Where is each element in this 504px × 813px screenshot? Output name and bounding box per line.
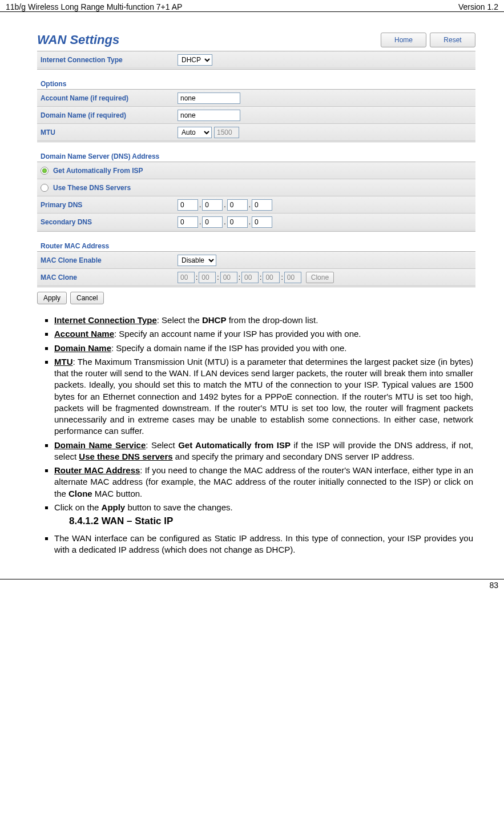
primary-dns-d[interactable] [252, 199, 272, 211]
primary-dns-c[interactable] [227, 199, 248, 211]
router-mac-header: Router MAC Address [37, 238, 475, 252]
body-list-2: The WAN interface can be configured as S… [37, 533, 473, 556]
mac-c [220, 272, 237, 283]
li-apply: Click on the Apply button to save the ch… [54, 502, 473, 513]
primary-dns-label: Primary DNS [41, 201, 178, 209]
mac-d [241, 272, 259, 283]
mac-a [178, 272, 195, 283]
account-label: Account Name (if required) [41, 94, 178, 102]
secondary-dns-c[interactable] [227, 216, 248, 228]
dns-radio-auto-label: Get Automatically From ISP [53, 167, 143, 175]
home-button[interactable]: Home [381, 33, 426, 47]
dns-radio-auto[interactable]: Get Automatically From ISP [41, 167, 472, 175]
secondary-dns-a[interactable] [178, 216, 198, 228]
dns-header: Domain Name Server (DNS) Address [37, 148, 475, 162]
domain-label: Domain Name (if required) [41, 111, 178, 119]
clone-button[interactable]: Clone [306, 272, 334, 283]
mac-b [199, 272, 216, 283]
subheading: 8.4.1.2 WAN – Static IP [69, 516, 475, 527]
cancel-button[interactable]: Cancel [70, 292, 104, 304]
mac-f [284, 272, 301, 283]
primary-dns-b[interactable] [202, 199, 223, 211]
dns-radio-manual[interactable]: Use These DNS Servers [41, 184, 472, 192]
mac-enable-label: MAC Clone Enable [41, 256, 178, 264]
li-static: The WAN interface can be configured as S… [54, 533, 473, 556]
page-number: 83 [489, 581, 498, 590]
ict-select[interactable]: DHCP [178, 54, 212, 66]
mtu-mode-select[interactable]: Auto [178, 127, 212, 138]
mac-clone-label: MAC Clone [41, 273, 178, 281]
doc-header-right: Version 1.2 [458, 2, 498, 11]
panel-title: WAN Settings [37, 33, 119, 47]
account-input[interactable] [178, 92, 240, 104]
dns-radio-manual-label: Use These DNS Servers [53, 184, 131, 192]
wan-settings-panel: WAN Settings Home Reset Internet Connect… [37, 29, 475, 304]
mtu-label: MTU [41, 128, 178, 136]
li-domain: Domain Name: Specify a domain name if th… [54, 343, 473, 354]
li-ict: Internet Connection Type: Select the DHC… [54, 315, 473, 326]
secondary-dns-label: Secondary DNS [41, 218, 178, 226]
li-dns: Domain Name Service: Select Get Automati… [54, 440, 473, 463]
li-mac: Router MAC Address: If you need to chang… [54, 465, 473, 500]
body-list: Internet Connection Type: Select the DHC… [37, 315, 473, 513]
mac-e [263, 272, 280, 283]
mac-enable-select[interactable]: Disable [178, 255, 216, 266]
primary-dns-a[interactable] [178, 199, 198, 211]
doc-header-left: 11b/g Wireless Long Range Multi-function… [6, 2, 182, 11]
ict-label: Internet Connection Type [41, 56, 178, 64]
apply-button[interactable]: Apply [37, 292, 67, 304]
li-mtu: MTU: The Maximum Transmission Unit (MTU)… [54, 356, 473, 437]
li-account: Account Name: Specify an account name if… [54, 328, 473, 340]
mtu-value-input [214, 127, 239, 138]
secondary-dns-b[interactable] [202, 216, 223, 228]
doc-header: 11b/g Wireless Long Range Multi-function… [0, 0, 504, 12]
secondary-dns-d[interactable] [252, 216, 272, 228]
domain-input[interactable] [178, 110, 240, 121]
radio-off-icon [41, 184, 49, 192]
options-header: Options [37, 75, 475, 90]
reset-button[interactable]: Reset [430, 33, 475, 47]
radio-on-icon [41, 167, 49, 175]
